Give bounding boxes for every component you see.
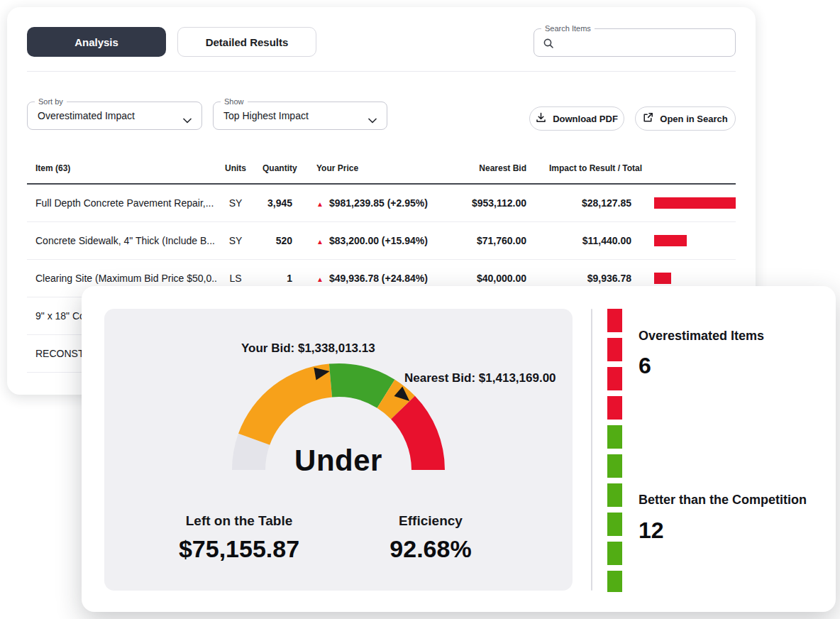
header-divider — [27, 71, 736, 72]
impact-cell: $9,936.78 — [548, 273, 654, 284]
analysis-summary-card: Your Bid: $1,338,013.13 Nearest Bid: $1,… — [82, 286, 836, 612]
open-in-search-label: Open in Search — [660, 114, 727, 124]
left-on-table-value: $75,155.87 — [133, 535, 346, 563]
better-item-bar — [607, 542, 622, 565]
left-on-table-label: Left on the Table — [133, 513, 346, 529]
efficiency-stat: Efficiency 92.68% — [338, 513, 523, 563]
chevron-down-icon — [183, 114, 192, 126]
header-quantity: Quantity — [254, 163, 302, 173]
header-impact: Impact to Result / Total — [548, 163, 654, 173]
better-item-bar — [607, 425, 622, 449]
increase-arrow-icon: ▲ — [316, 238, 324, 246]
show-select[interactable]: Show Top Highest Impact — [213, 102, 387, 130]
quantity-cell: 520 — [254, 235, 302, 246]
your-price-cell: ▲$83,200.00 (+15.94%) — [302, 235, 457, 246]
units-cell: LS — [217, 273, 254, 284]
impact-bar-cell — [654, 235, 736, 246]
better-item-bar — [607, 454, 622, 478]
sort-by-value: Overestimated Impact — [38, 102, 135, 129]
better-than-competition-value: 12 — [639, 517, 664, 544]
impact-cell: $28,127.85 — [548, 197, 654, 209]
items-bar-stack — [607, 309, 622, 592]
better-than-competition-label: Better than the Competition — [639, 493, 807, 508]
download-pdf-button[interactable]: Download PDF — [529, 106, 624, 131]
item-cell: Clearing Site (Maximum Bid Price $50,0..… — [27, 273, 217, 284]
impact-bar-cell — [654, 197, 736, 209]
external-link-icon — [643, 112, 653, 125]
item-cell: Full Depth Concrete Pavement Repair,... — [27, 197, 217, 209]
impact-bar-cell — [654, 273, 736, 284]
impact-bar — [654, 235, 687, 246]
your-price-cell: ▲$981,239.85 (+2.95%) — [302, 197, 457, 209]
header-item: Item (63) — [27, 163, 217, 173]
search-field[interactable]: Search Items — [534, 28, 736, 57]
vertical-divider — [591, 309, 592, 591]
overestimated-item-bar — [607, 309, 622, 332]
gauge-status: Under — [221, 444, 455, 478]
search-icon — [543, 38, 554, 52]
your-price-cell: ▲$49,936.78 (+24.84%) — [302, 273, 457, 284]
nearest-bid-cell: $40,000.00 — [457, 273, 548, 284]
impact-bar — [654, 273, 671, 284]
open-in-search-button[interactable]: Open in Search — [635, 106, 736, 131]
overestimated-items-label: Overestimated Items — [639, 329, 764, 344]
search-input[interactable] — [558, 30, 729, 55]
overestimated-item-bar — [607, 367, 622, 390]
increase-arrow-icon: ▲ — [316, 200, 324, 208]
item-cell: Concrete Sidewalk, 4" Thick (Include B..… — [27, 235, 217, 246]
impact-bar — [654, 197, 736, 209]
impact-cell: $11,440.00 — [548, 235, 654, 246]
overestimated-item-bar — [607, 396, 622, 420]
quantity-cell: 1 — [254, 273, 302, 284]
download-icon — [536, 112, 546, 125]
efficiency-value: 92.68% — [338, 535, 523, 563]
efficiency-label: Efficiency — [338, 513, 523, 529]
quantity-cell: 3,945 — [254, 197, 302, 209]
header-units: Units — [217, 163, 254, 173]
left-on-table-stat: Left on the Table $75,155.87 — [133, 513, 346, 563]
table-row[interactable]: Full Depth Concrete Pavement Repair,...S… — [27, 185, 736, 222]
units-cell: SY — [217, 235, 254, 246]
tab-detailed-results[interactable]: Detailed Results — [177, 27, 316, 57]
nearest-bid-cell: $71,760.00 — [457, 235, 548, 246]
overestimated-item-bar — [607, 338, 622, 361]
gauge-panel: Your Bid: $1,338,013.13 Nearest Bid: $1,… — [104, 309, 573, 591]
overestimated-items-value: 6 — [639, 353, 651, 379]
units-cell: SY — [217, 197, 254, 209]
header-nearest-bid: Nearest Bid — [457, 163, 548, 173]
table-header-row: Item (63) Units Quantity Your Price Near… — [27, 153, 736, 185]
increase-arrow-icon: ▲ — [316, 275, 324, 283]
chevron-down-icon — [368, 114, 377, 126]
sort-by-select[interactable]: Sort by Overestimated Impact — [27, 102, 202, 130]
nearest-bid-cell: $953,112.00 — [457, 197, 548, 209]
download-pdf-label: Download PDF — [553, 114, 618, 124]
better-item-bar — [607, 571, 622, 592]
better-item-bar — [607, 483, 622, 507]
tab-analysis[interactable]: Analysis — [27, 27, 166, 57]
better-item-bar — [607, 513, 622, 536]
table-row[interactable]: Concrete Sidewalk, 4" Thick (Include B..… — [27, 222, 736, 260]
show-value: Top Highest Impact — [223, 102, 309, 129]
header-your-price: Your Price — [302, 163, 457, 173]
